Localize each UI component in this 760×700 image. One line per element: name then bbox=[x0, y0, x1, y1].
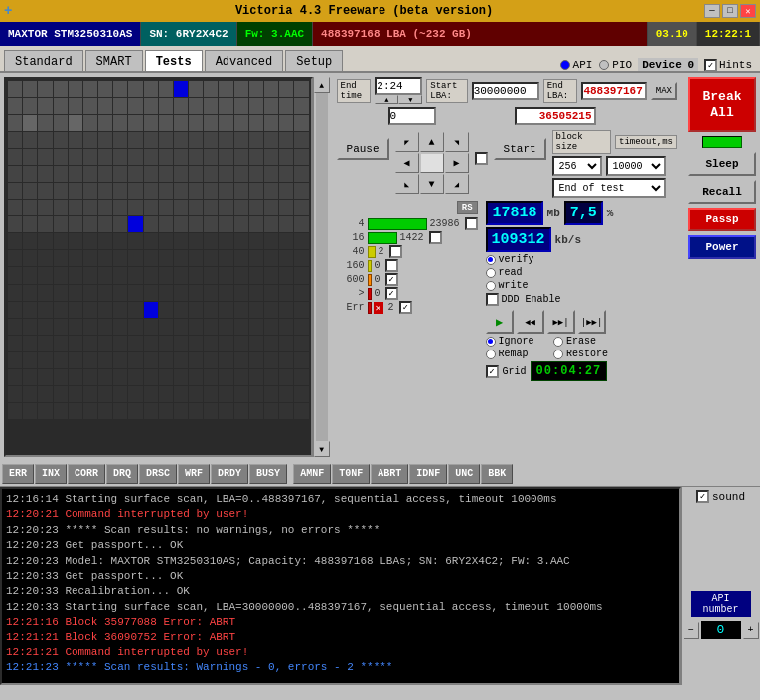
hist-check-16[interactable] bbox=[429, 231, 442, 244]
hist-check-40[interactable] bbox=[389, 245, 402, 258]
status-tab-amnf[interactable]: AMNF bbox=[293, 464, 331, 484]
scan-scrollbar[interactable]: ▲ ▼ bbox=[313, 77, 329, 457]
erase-radio-dot[interactable] bbox=[553, 337, 563, 347]
read-radio-dot[interactable] bbox=[486, 268, 496, 278]
status-tab-busy[interactable]: BUSY bbox=[249, 464, 287, 484]
scan-cell bbox=[264, 149, 278, 165]
verify-radio-dot[interactable] bbox=[486, 255, 496, 265]
status-tab-wrf[interactable]: WRF bbox=[178, 464, 210, 484]
arrow-downleft[interactable]: ◣ bbox=[395, 174, 419, 194]
arrow-downright[interactable]: ◢ bbox=[445, 174, 469, 194]
status-tab-abrt[interactable]: ABRT bbox=[371, 464, 408, 484]
tab-setup[interactable]: Setup bbox=[285, 50, 343, 71]
scan-cell bbox=[23, 81, 37, 97]
api-plus-button[interactable]: + bbox=[743, 622, 759, 639]
grid-checkbox[interactable]: ✓ bbox=[486, 365, 499, 378]
scan-cell bbox=[249, 250, 263, 266]
status-tab-corr[interactable]: CORR bbox=[68, 464, 105, 484]
scroll-down-arrow[interactable]: ▼ bbox=[314, 441, 330, 457]
block-size-select[interactable]: 256 bbox=[552, 156, 602, 176]
timeout-select[interactable]: 10000 bbox=[606, 156, 666, 176]
scan-cell bbox=[128, 233, 142, 249]
hist-check-gt[interactable]: ✓ bbox=[385, 287, 398, 300]
scan-cell bbox=[83, 302, 97, 318]
arrow-upleft[interactable]: ◤ bbox=[395, 132, 419, 152]
status-tab-drdy[interactable]: DRDY bbox=[211, 464, 248, 484]
tab-advanced[interactable]: Advanced bbox=[205, 50, 284, 71]
write-radio[interactable]: write bbox=[486, 280, 614, 291]
time-spin-down[interactable]: ▼ bbox=[398, 95, 422, 104]
verify-radio[interactable]: verify bbox=[486, 254, 614, 265]
tab-standard[interactable]: Standard bbox=[4, 50, 83, 71]
log-entry: 12:21:23 ***** Scan results: Warnings - … bbox=[6, 660, 675, 675]
hist-check-160[interactable] bbox=[385, 259, 398, 272]
status-tab-t0nf[interactable]: T0NF bbox=[332, 464, 370, 484]
time-spin-up[interactable]: ▲ bbox=[375, 95, 398, 104]
scan-cell bbox=[113, 81, 127, 97]
block-size-label: block size bbox=[552, 130, 611, 154]
hist-check-4[interactable] bbox=[465, 217, 478, 230]
end-button[interactable]: |▶▶| bbox=[578, 310, 606, 334]
arrow-left[interactable]: ◀ bbox=[395, 153, 419, 173]
hist-check-600[interactable]: ✓ bbox=[385, 273, 398, 286]
pad-checkbox[interactable] bbox=[475, 152, 488, 165]
status-tab-unc[interactable]: UNC bbox=[448, 464, 480, 484]
end-time-input[interactable] bbox=[375, 77, 422, 95]
read-radio[interactable]: read bbox=[486, 267, 614, 278]
scan-cell bbox=[128, 183, 142, 199]
scroll-up-arrow[interactable]: ▲ bbox=[314, 77, 330, 93]
recall-button[interactable]: Recall bbox=[688, 180, 756, 204]
pio-radio[interactable] bbox=[599, 60, 609, 70]
scan-cell bbox=[38, 233, 52, 249]
ignore-radio-dot[interactable] bbox=[486, 337, 496, 347]
write-radio-dot[interactable] bbox=[486, 281, 496, 291]
second-input[interactable] bbox=[388, 107, 436, 125]
scan-cell bbox=[219, 319, 232, 335]
prev-button[interactable]: ◀◀ bbox=[517, 310, 544, 334]
hist-check-err[interactable]: ✓ bbox=[399, 301, 412, 314]
status-tab-drq[interactable]: DRQ bbox=[106, 464, 138, 484]
tab-smart[interactable]: SMART bbox=[85, 50, 143, 71]
scan-cell bbox=[23, 285, 37, 301]
sleep-button[interactable]: Sleep bbox=[688, 152, 756, 176]
status-tab-inx[interactable]: INX bbox=[35, 464, 67, 484]
hints-checkbox[interactable]: ✓ bbox=[704, 59, 717, 71]
max-button[interactable]: MAX bbox=[651, 82, 677, 100]
break-all-button[interactable]: Break All bbox=[688, 77, 756, 132]
vrw-group: verify read write bbox=[486, 254, 614, 291]
maximize-button[interactable]: □ bbox=[722, 4, 738, 18]
arrow-upright[interactable]: ◥ bbox=[445, 132, 469, 152]
sound-checkbox[interactable]: ✓ bbox=[696, 490, 709, 503]
restore-radio[interactable]: Restore bbox=[553, 349, 613, 359]
rs-button[interactable]: RS bbox=[457, 201, 478, 214]
arrow-down[interactable]: ▼ bbox=[420, 174, 444, 194]
status-tab-idnf[interactable]: IDNF bbox=[409, 464, 447, 484]
log-panel[interactable]: 12:16:14 Starting surface scan, LBA=0..4… bbox=[0, 487, 681, 685]
erase-radio[interactable]: Erase bbox=[553, 336, 613, 347]
arrow-right[interactable]: ▶ bbox=[445, 153, 469, 173]
arrow-up[interactable]: ▲ bbox=[420, 132, 444, 152]
status-tab-err[interactable]: ERR bbox=[2, 464, 34, 484]
status-tab-drsc[interactable]: DRSC bbox=[139, 464, 177, 484]
remap-radio-dot[interactable] bbox=[486, 350, 496, 359]
minimize-button[interactable]: ─ bbox=[704, 4, 720, 18]
passp-button[interactable]: Passp bbox=[688, 208, 756, 231]
api-radio[interactable] bbox=[560, 60, 570, 70]
ddd-checkbox[interactable] bbox=[486, 293, 499, 306]
ignore-radio[interactable]: Ignore bbox=[486, 336, 545, 347]
status-tab-bbk[interactable]: BBK bbox=[481, 464, 513, 484]
start-lba-input[interactable] bbox=[472, 82, 539, 100]
api-minus-button[interactable]: − bbox=[684, 622, 699, 639]
close-button[interactable]: ✕ bbox=[740, 4, 756, 18]
play-button[interactable]: ▶ bbox=[486, 310, 514, 334]
mode-select[interactable]: End of test Linear Random bbox=[552, 178, 666, 198]
scroll-track[interactable] bbox=[316, 93, 328, 441]
start-button[interactable]: Start bbox=[494, 138, 546, 160]
restore-radio-dot[interactable] bbox=[553, 350, 563, 359]
tab-tests[interactable]: Tests bbox=[145, 50, 203, 71]
remap-radio[interactable]: Remap bbox=[486, 349, 545, 359]
power-button[interactable]: Power bbox=[688, 235, 756, 259]
pause-button[interactable]: Pause bbox=[337, 138, 389, 160]
scan-cell bbox=[174, 319, 188, 335]
next-button[interactable]: ▶▶| bbox=[547, 310, 575, 334]
